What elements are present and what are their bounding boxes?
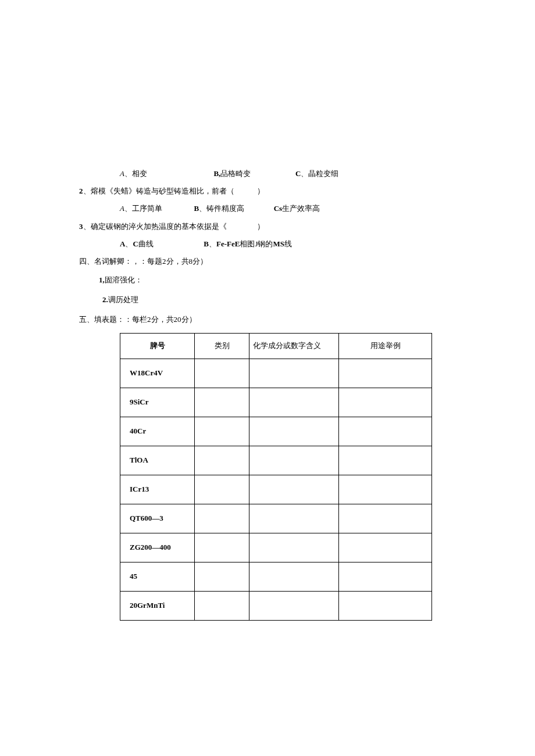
opt-c-text: 生产效率高	[282, 204, 320, 213]
opt-a-text: 、相变	[124, 169, 147, 178]
table-row: 40Cr	[120, 417, 432, 446]
section-5-heading: 五、填表题：：每栏2分，共20分）	[79, 314, 457, 325]
header-code: 脾号	[120, 333, 195, 359]
cell-usage	[339, 446, 432, 475]
opt-b-bold: Fe-FeE	[216, 239, 240, 248]
cell-category	[195, 504, 249, 533]
opt-c-text: 、晶粒变细	[301, 169, 338, 178]
cell-code: 20GrMnTi	[120, 591, 195, 620]
opt-a-label: A	[120, 204, 124, 213]
cell-usage	[339, 475, 432, 504]
opt-c-label: C	[295, 169, 301, 178]
opt-b-sep: 、	[209, 239, 216, 248]
cell-category	[195, 533, 249, 562]
cell-usage	[339, 562, 432, 591]
term-2-text: 调历处理	[108, 295, 138, 304]
opt-b-text: 、铸件精度高	[199, 204, 244, 213]
opt-b-label: B,	[213, 169, 220, 178]
cell-usage	[339, 359, 432, 388]
section-4-heading: 四、名词解卿：，：每题2分，共8分）	[79, 256, 457, 267]
opt-b-text: 品格畸变	[220, 169, 251, 178]
table-row: ZG200—400	[120, 533, 432, 562]
cell-usage	[339, 533, 432, 562]
cell-usage	[339, 591, 432, 620]
table-row: QT600—3	[120, 504, 432, 533]
opt-b-tail: 线	[284, 239, 292, 248]
q2-text: 、熔模《失蜡》铸造与砂型铸造相比，前者（ ）	[83, 187, 265, 195]
cell-category	[195, 388, 249, 417]
cell-composition	[249, 446, 339, 475]
cell-composition	[249, 388, 339, 417]
opt-b-label: B	[204, 239, 209, 248]
cell-usage	[339, 388, 432, 417]
table-header-row: 脾号 类别 化学成分或数字含义 用途举例	[120, 333, 432, 359]
header-composition: 化学成分或数字含义	[249, 333, 339, 359]
opt-a-sep: 、	[125, 239, 133, 248]
cell-code: W18Cr4V	[120, 359, 195, 388]
term-2: 2.调历处理	[79, 295, 457, 305]
header-usage: 用途举例	[339, 333, 432, 359]
cell-category	[195, 475, 249, 504]
q3-text: 、确定碳钢的淬火加热温度的基本依据是《 ）	[83, 222, 265, 231]
cell-composition	[249, 417, 339, 446]
cell-code: QT600—3	[120, 504, 195, 533]
cell-code: 40Cr	[120, 417, 195, 446]
cell-usage	[339, 504, 432, 533]
cell-composition	[249, 591, 339, 620]
cell-category	[195, 562, 249, 591]
term-2-num: 2.	[102, 295, 108, 304]
cell-category	[195, 417, 249, 446]
table-row: ICr13	[120, 475, 432, 504]
q3-stem: 3、确定碳钢的淬火加热温度的基本依据是《 ）	[79, 221, 457, 232]
table-row: 45	[120, 562, 432, 591]
cell-code: ZG200—400	[120, 533, 195, 562]
opt-c-label: Cs	[274, 204, 282, 213]
cell-composition	[249, 533, 339, 562]
table-body: W18Cr4V 9SiCr 40Cr TlOA	[120, 359, 432, 620]
opt-a-bold: C	[133, 239, 138, 248]
opt-a-label: A	[120, 169, 124, 178]
cell-composition	[249, 562, 339, 591]
cell-code: 9SiCr	[120, 388, 195, 417]
document-body: A、相变 B,品格畸变 C、晶粒变细 2、熔模《失蜡》铸造与砂型铸造相比，前者（…	[79, 169, 457, 621]
term-1: 1,固溶强化：	[79, 275, 457, 285]
table-row: 9SiCr	[120, 388, 432, 417]
header-category: 类别	[195, 333, 249, 359]
opt-b-mid: 相图J钢的	[240, 239, 273, 248]
term-1-text: 固溶强化：	[105, 275, 142, 284]
material-table: 脾号 类别 化学成分或数字含义 用途举例 W18Cr4V 9SiCr 40Cr	[120, 333, 432, 621]
q1-options: A、相变 B,品格畸变 C、晶粒变细	[79, 169, 457, 179]
cell-usage	[339, 417, 432, 446]
table-row: W18Cr4V	[120, 359, 432, 388]
cell-composition	[249, 504, 339, 533]
opt-b-label: B	[194, 204, 199, 213]
term-1-num: 1,	[99, 275, 105, 284]
cell-composition	[249, 359, 339, 388]
cell-code: 45	[120, 562, 195, 591]
opt-a-tail: 曲线	[138, 239, 154, 248]
opt-a-text: 、工序简单	[124, 204, 162, 213]
opt-a-label: A	[120, 239, 125, 248]
opt-b-bold2: MS	[273, 239, 284, 248]
cell-category	[195, 359, 249, 388]
cell-code: ICr13	[120, 475, 195, 504]
q2-options: A、工序简单 B、铸件精度高 Cs生产效率高	[79, 203, 457, 214]
table-row: TlOA	[120, 446, 432, 475]
q2-stem: 2、熔模《失蜡》铸造与砂型铸造相比，前者（ ）	[79, 186, 457, 196]
cell-category	[195, 446, 249, 475]
cell-composition	[249, 475, 339, 504]
q3-options: A、C曲线 B、Fe-FeE相图J钢的MS线	[79, 239, 457, 249]
cell-code: TlOA	[120, 446, 195, 475]
cell-category	[195, 591, 249, 620]
table-row: 20GrMnTi	[120, 591, 432, 620]
